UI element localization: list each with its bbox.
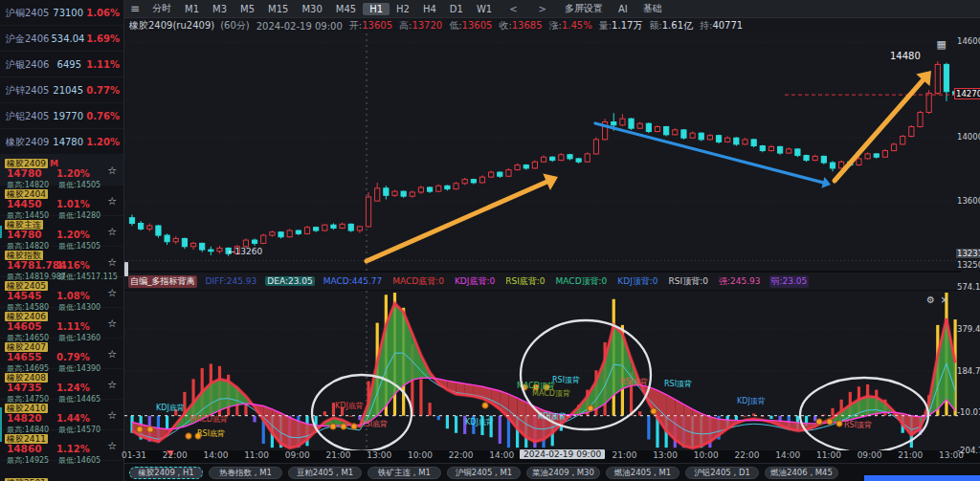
change-percent: 1.06% bbox=[83, 0, 120, 26]
watchlist-row[interactable]: 沪锌2405210450.77% bbox=[0, 77, 123, 103]
indicator-header-item: 自编_多指标背离 bbox=[128, 275, 197, 288]
watchlist-item[interactable]: 橡胶2408☆147351.24%最高:14750最低:14465 bbox=[0, 369, 123, 400]
timeframe-button[interactable]: W1 bbox=[470, 3, 499, 15]
svg-text:RSI底背: RSI底背 bbox=[360, 420, 388, 428]
watchlist-item[interactable]: 橡胶2407☆146550.79%最高:14695最低:14390 bbox=[0, 339, 123, 369]
time-label: 14:00 bbox=[201, 450, 230, 460]
axis-label: 13250 bbox=[957, 260, 980, 270]
svg-text:←13260: ←13260 bbox=[228, 247, 262, 256]
watchlist-scrollbar[interactable] bbox=[0, 226, 2, 238]
chart-tab[interactable]: 燃油2405 , M1 bbox=[606, 467, 679, 479]
indicator-header-item: DIFF:245.93 bbox=[204, 276, 259, 286]
timeframe-button[interactable]: H2 bbox=[390, 3, 416, 15]
watchlist-item[interactable]: 橡胶2411☆148601.12%最高:14925最低:14605 bbox=[0, 430, 123, 461]
favorite-star-icon[interactable]: ☆ bbox=[107, 195, 117, 208]
chart-info-bar: 橡胶2409(ru2409) (60分) 2024-02-19 09:00 开:… bbox=[124, 18, 980, 33]
time-label: 09:00 bbox=[856, 450, 884, 460]
favorite-star-icon[interactable]: ☆ bbox=[107, 164, 117, 177]
last-price: 21045 bbox=[53, 77, 83, 103]
watchlist-row[interactable]: 橡胶2409147801.20% bbox=[0, 129, 123, 155]
chart-tab[interactable]: 豆粕2405 , M1 bbox=[288, 467, 362, 479]
indicator-header-item: MACD顶背:0 bbox=[554, 275, 610, 288]
favorite-star-icon[interactable]: ☆ bbox=[107, 317, 117, 330]
svg-text:RSI顶背: RSI顶背 bbox=[664, 380, 692, 388]
timeframe-button[interactable]: H4 bbox=[416, 3, 443, 15]
svg-text:14480: 14480 bbox=[890, 51, 921, 61]
watchlist-item[interactable]: 橡胶2405☆145451.08%最高:14580最低:14300 bbox=[0, 277, 123, 308]
time-label: 11:00 bbox=[814, 450, 843, 460]
indicator-header-item: RSI顶背:0 bbox=[667, 275, 710, 288]
timeframe-button[interactable]: M30 bbox=[295, 3, 328, 15]
ohlc-field: 低:13605 bbox=[449, 19, 492, 33]
timeframe-button[interactable]: M1 bbox=[178, 3, 206, 15]
favorite-star-icon[interactable]: ☆ bbox=[107, 226, 117, 238]
favorite-star-icon[interactable]: ☆ bbox=[107, 287, 117, 299]
scroll-right-button[interactable]: > bbox=[528, 3, 557, 15]
watchlist-item[interactable]: 橡胶2409M☆147801.20%最高:14820最低:14505 bbox=[0, 155, 123, 186]
watchlist-row[interactable]: 沪铜2405731001.06% bbox=[0, 0, 123, 26]
indicator-settings-icon[interactable]: ⚙ bbox=[926, 295, 935, 305]
svg-text:RSI底背: RSI底背 bbox=[197, 429, 225, 438]
chart-tab[interactable]: 菜油2409 , M30 bbox=[526, 467, 600, 479]
toolbar-button[interactable]: AI bbox=[611, 3, 635, 15]
last-price: 19770 bbox=[53, 103, 83, 129]
svg-text:RSI顶背: RSI顶背 bbox=[620, 378, 648, 386]
watchlist-row[interactable]: 沪金2406534.041.69% bbox=[0, 26, 123, 52]
toolbar-button[interactable]: 基础 bbox=[635, 1, 670, 16]
period-label: (60分) bbox=[220, 19, 250, 33]
indicator-close-icon[interactable]: × bbox=[941, 295, 948, 305]
chart-tab[interactable]: 铁矿主连 , M1 bbox=[368, 467, 441, 479]
svg-text:RSI顶背: RSI顶背 bbox=[844, 421, 872, 429]
favorite-star-icon[interactable]: ☆ bbox=[107, 409, 117, 422]
favorite-star-icon[interactable]: ☆ bbox=[107, 256, 117, 269]
menu-icon[interactable]: ≡ bbox=[130, 2, 140, 15]
svg-text:KDJ底背: KDJ底背 bbox=[465, 418, 494, 426]
horizontal-scrollbar[interactable] bbox=[864, 475, 980, 481]
timeframe-button[interactable]: D1 bbox=[443, 3, 470, 15]
toolbar-button[interactable]: 多屏设置 bbox=[557, 1, 611, 16]
watchlist-row[interactable]: 沪银240664951.11% bbox=[0, 52, 123, 77]
favorite-star-icon[interactable]: ☆ bbox=[107, 348, 117, 361]
chart-tab[interactable]: 燃油2406 , M45 bbox=[765, 467, 838, 479]
watchlist-scrollbar[interactable] bbox=[0, 407, 2, 442]
timeframe-button[interactable]: M3 bbox=[206, 3, 234, 15]
instrument-name: 沪银2406 bbox=[6, 52, 56, 77]
chart-tab[interactable]: 沪铝2405 , D1 bbox=[685, 467, 759, 479]
watchlist-row[interactable]: 沪铝2405197700.76% bbox=[0, 103, 123, 129]
timeframe-button[interactable]: M15 bbox=[261, 3, 295, 15]
chart-tab[interactable]: 橡胶2409 , H1 bbox=[129, 467, 203, 479]
watchlist-item[interactable]: 橡胶指数☆14781.7841.16%最高:14819.987最低:14517.… bbox=[0, 247, 123, 277]
timeframe-button[interactable]: H1 bbox=[363, 3, 390, 15]
time-label: 22:00 bbox=[733, 450, 762, 460]
timeframe-button[interactable]: M5 bbox=[234, 3, 261, 15]
time-axis[interactable]: 2024-02-19 09:00 01-3122:0014:0011:0009:… bbox=[124, 448, 962, 463]
svg-text:KDJ底背: KDJ底背 bbox=[335, 402, 364, 410]
svg-text:KDJ顶背: KDJ顶背 bbox=[737, 397, 766, 405]
last-price: 73100 bbox=[53, 0, 83, 26]
screenshot-icon[interactable]: ▦ bbox=[937, 39, 947, 50]
timeframe-buttons: 分时M1M3M5M15M30M45H1H2H4D1W1<>多屏设置AI基础 bbox=[145, 1, 670, 16]
candlestick-svg: 14480←13260 bbox=[124, 33, 962, 271]
favorite-star-icon[interactable]: ☆ bbox=[107, 440, 117, 452]
watchlist-item-partial[interactable]: 橡胶2501 bbox=[5, 471, 48, 481]
candles-group bbox=[129, 61, 957, 256]
timeframe-button[interactable]: M45 bbox=[329, 3, 363, 15]
scroll-left-button[interactable]: < bbox=[499, 3, 527, 15]
time-label: 22:00 bbox=[447, 450, 476, 460]
watchlist-item[interactable]: 橡胶2410☆148201.44%最高:14840最低:14570 bbox=[0, 400, 123, 430]
watchlist-item[interactable]: 橡胶2406☆146051.11%最高:14650最低:14360 bbox=[0, 308, 123, 339]
chart-tab[interactable]: 沪铜2405 , M1 bbox=[447, 467, 521, 479]
timeframe-button[interactable]: 分时 bbox=[145, 1, 178, 16]
svg-text:RSI顶背: RSI顶背 bbox=[552, 376, 580, 384]
indicator-header: 自编_多指标背离DIFF:245.93DEA:23.05MACD:445.77M… bbox=[124, 273, 962, 290]
indicator-axis-label: -204.73 bbox=[957, 446, 980, 455]
candlestick-chart[interactable]: 14480←13260 ▦ bbox=[124, 33, 962, 271]
panel-splitter[interactable] bbox=[124, 262, 128, 276]
time-label: 01-31 bbox=[120, 450, 148, 460]
watchlist-item[interactable]: 橡胶2404☆144501.01%最高:14450最低:14280 bbox=[0, 186, 123, 216]
watchlist-item[interactable]: 橡胶主连☆147801.20%最高:14820最低:14505 bbox=[0, 216, 123, 247]
chart-tab[interactable]: 热卷指数 , M1 bbox=[209, 467, 282, 479]
indicator-chart[interactable]: KDJ底背MACD底背RSI底背KDJ底背RSI底背KDJ底背MACD顶背MAC… bbox=[124, 291, 962, 450]
grid-lines bbox=[124, 42, 962, 261]
favorite-star-icon[interactable]: ☆ bbox=[107, 379, 117, 391]
